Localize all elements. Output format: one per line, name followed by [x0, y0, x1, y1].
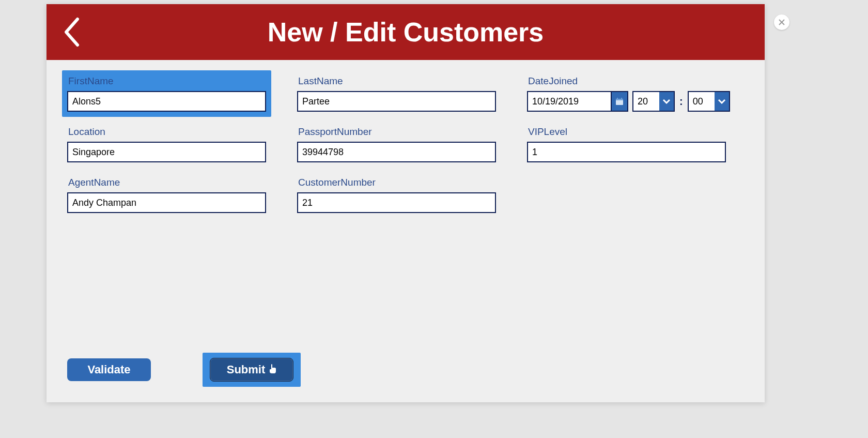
hour-select[interactable]: 20	[632, 91, 675, 112]
cursor-icon	[269, 363, 276, 376]
chevron-down-icon	[662, 99, 671, 104]
firstname-label: FirstName	[67, 75, 266, 87]
datejoined-controls: 20 : 00	[527, 91, 726, 112]
minute-value: 00	[688, 91, 715, 112]
form-area: FirstName LastName DateJoined	[47, 60, 765, 238]
passportnumber-label: PassportNumber	[297, 126, 496, 138]
datejoined-field: DateJoined	[527, 75, 726, 112]
customernumber-label: CustomerNumber	[297, 177, 496, 188]
agentname-field: AgentName	[67, 177, 266, 213]
datejoined-date-input[interactable]	[527, 91, 611, 112]
lastname-input[interactable]	[297, 91, 496, 112]
submit-button-label: Submit	[227, 363, 266, 376]
viplevel-input[interactable]	[527, 142, 726, 162]
viplevel-label: VIPLevel	[527, 126, 726, 138]
firstname-highlight: FirstName	[62, 70, 271, 117]
time-colon: :	[679, 96, 683, 108]
form-row-2: Location PassportNumber VIPLevel	[67, 126, 744, 162]
agentname-label: AgentName	[67, 177, 266, 188]
lastname-label: LastName	[297, 75, 496, 87]
close-button[interactable]	[774, 14, 789, 30]
location-label: Location	[67, 126, 266, 138]
firstname-input[interactable]	[67, 91, 266, 112]
modal-header: New / Edit Customers	[47, 4, 765, 60]
chevron-left-icon	[62, 16, 82, 48]
back-button[interactable]	[62, 16, 82, 48]
submit-highlight: Submit	[203, 353, 301, 387]
form-row-1: FirstName LastName DateJoined	[67, 75, 744, 112]
submit-button[interactable]: Submit	[210, 358, 293, 382]
passportnumber-input[interactable]	[297, 142, 496, 162]
location-input[interactable]	[67, 142, 266, 162]
minute-dropdown-button[interactable]	[715, 91, 730, 112]
calendar-button[interactable]	[611, 91, 628, 112]
datejoined-label: DateJoined	[527, 75, 726, 87]
location-field: Location	[67, 126, 266, 162]
form-row-3: AgentName CustomerNumber	[67, 177, 744, 213]
page-title: New / Edit Customers	[47, 17, 765, 48]
calendar-icon	[615, 97, 624, 105]
hour-value: 20	[632, 91, 659, 112]
chevron-down-icon	[718, 99, 726, 104]
hour-dropdown-button[interactable]	[659, 91, 675, 112]
minute-select[interactable]: 00	[688, 91, 730, 112]
customer-form-modal: New / Edit Customers FirstName LastName …	[47, 4, 765, 402]
action-button-row: Validate Submit	[67, 353, 301, 387]
lastname-field: LastName	[297, 75, 496, 112]
close-icon	[778, 19, 785, 26]
date-input-group	[527, 91, 628, 112]
firstname-field: FirstName	[67, 75, 266, 112]
viplevel-field: VIPLevel	[527, 126, 726, 162]
customernumber-field: CustomerNumber	[297, 177, 496, 213]
agentname-input[interactable]	[67, 192, 266, 213]
svg-rect-4	[617, 98, 618, 99]
validate-button[interactable]: Validate	[67, 358, 151, 381]
customernumber-input[interactable]	[297, 192, 496, 213]
passportnumber-field: PassportNumber	[297, 126, 496, 162]
svg-rect-5	[621, 98, 622, 99]
